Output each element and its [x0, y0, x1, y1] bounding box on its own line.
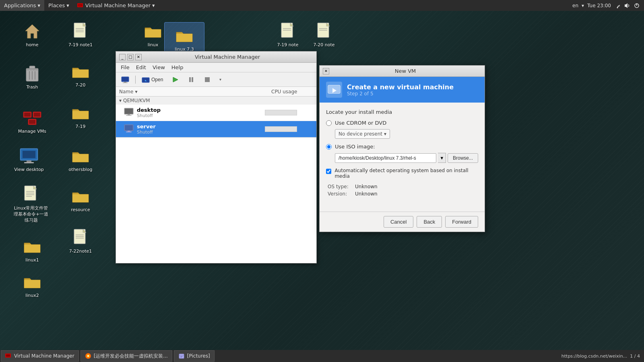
vm-desktop-item[interactable]: desktop Shutoff [116, 105, 316, 121]
home-icon [23, 21, 42, 41]
taskbar-vmm[interactable]: Virtual Machine Manager [1, 350, 79, 362]
vm-server-status: Shutoff [137, 130, 265, 135]
version-row: Version: Unknown [328, 191, 478, 197]
os-type-value: Unknown [355, 184, 378, 189]
device-select-btn[interactable]: No device present ▾ [335, 129, 390, 139]
desktop-icon-linux73[interactable]: linux 7.3 [164, 22, 204, 56]
new-vm-close-btn[interactable]: ✕ [323, 68, 329, 74]
taskbar-url: https://blog.csdn.net/weixin... [561, 354, 627, 359]
toolbar-dropdown-arrow: ▾ [219, 77, 221, 82]
desktop-icon-linux2[interactable]: linux2 [12, 269, 52, 301]
desktop-icon-7-20-folder[interactable]: 7-20 [60, 58, 101, 91]
desktop-icon-othersblog[interactable]: othersblog [60, 143, 101, 175]
iso-radio-label: Use ISO image: [335, 144, 375, 150]
vmm-menu-help[interactable]: Help [168, 64, 187, 71]
vm-desktop-cpu-bar [265, 110, 297, 115]
vmm-menu-edit[interactable]: Edit [133, 64, 149, 71]
new-vm-main-title: Create a new virtual machine [347, 83, 454, 91]
desktop-icon-7-19-folder[interactable]: 7-19 [60, 100, 101, 132]
qemu-kvm-header: ▾ QEMU/KVM [116, 97, 316, 105]
new-vm-header-icon [326, 82, 342, 98]
desktop-icon-7-20-note[interactable]: 7-20 note [304, 18, 344, 51]
iso-dropdown-btn[interactable]: ▾ [438, 153, 446, 163]
toolbar-pause-btn[interactable] [184, 74, 199, 85]
vm-server-icon [124, 124, 134, 134]
iso-path-input[interactable] [335, 153, 436, 163]
taskbar-browser-label: [运维开发必会技能一虚拟机安装... [94, 353, 168, 360]
svg-rect-24 [23, 151, 35, 158]
desktop-icon-home[interactable]: home [12, 18, 52, 51]
desktop-icon-view-desktop[interactable]: View desktop [9, 143, 49, 175]
resource-icon [71, 186, 90, 206]
toolbar-vm-icon-btn[interactable] [118, 74, 133, 85]
new-vm-titlebar: ✕ New VM [320, 66, 485, 77]
toolbar-open-btn[interactable]: Open [138, 74, 167, 85]
vmm-minimize-btn[interactable]: _ [119, 54, 126, 60]
vm-server-item[interactable]: server Shutoff [116, 121, 316, 138]
locate-media-title: Locate your install media [326, 109, 478, 115]
play-icon [171, 76, 179, 84]
iso-radio[interactable] [326, 144, 332, 150]
taskbar-browser[interactable]: [运维开发必会技能一虚拟机安装... [80, 350, 172, 362]
cdrom-radio-item: Use CDROM or DVD [326, 120, 478, 126]
svg-rect-2 [78, 4, 82, 6]
new-vm-dialog: ✕ New VM Create a new virtual machine St… [319, 65, 485, 232]
cancel-button[interactable]: Cancel [384, 216, 413, 228]
desktop-icon-7-19-note[interactable]: 7-19 note [268, 18, 308, 51]
forward-button[interactable]: Forward [445, 216, 478, 228]
vmm-maximize-btn[interactable]: □ [127, 54, 134, 60]
wifi-icon [614, 2, 621, 9]
toolbar-dropdown-btn[interactable]: ▾ [216, 76, 225, 83]
desktop-icon-7-19-note1[interactable]: 7-19 note1 [60, 18, 101, 51]
desktop-icon-linux-doc[interactable]: Linux常用文件管理基本命令+一道练习题 [9, 181, 53, 226]
open-icon [142, 76, 150, 84]
vmm-menu-file[interactable]: File [118, 64, 133, 71]
view-desktop-label: View desktop [14, 167, 43, 172]
note1-7-19-label: 7-19 note1 [68, 42, 93, 47]
svg-rect-67 [126, 132, 132, 132]
browse-button[interactable]: Browse... [448, 153, 478, 163]
taskbar-files[interactable]: [Pictures] [174, 350, 215, 362]
desktop-icon-linux1[interactable]: linux1 [12, 233, 52, 266]
col-name-label: Name [119, 89, 133, 95]
svg-rect-77 [179, 355, 184, 356]
vmm-menu-view[interactable]: View [149, 64, 168, 71]
group-collapse-arrow: ▾ [119, 98, 122, 103]
vmm-close-btn[interactable]: ✕ [135, 54, 142, 60]
auto-detect-checkbox[interactable] [326, 169, 331, 174]
svg-rect-23 [24, 162, 34, 163]
linux-doc-label: Linux常用文件管理基本命令+一道练习题 [13, 205, 49, 223]
note-7-20-icon [314, 21, 334, 41]
desktop-icon-trash[interactable]: Trash [12, 60, 52, 93]
desktop-icon-resource[interactable]: resource [60, 183, 101, 216]
col-name-arrow: ▾ [135, 89, 137, 95]
folder-7-20-icon [71, 62, 90, 81]
cdrom-radio[interactable] [326, 120, 332, 126]
desktop-icon-manage-vms[interactable]: Manage VMs [12, 105, 52, 137]
othersblog-icon [71, 146, 90, 165]
note-7-20-label: 7-20 note [313, 42, 334, 47]
vm-desktop-info: desktop Shutoff [137, 107, 265, 118]
desktop-icon-7-22note1[interactable]: 7-22note1 [60, 224, 101, 257]
vmm-menubar: File Edit View Help [116, 63, 316, 72]
svg-rect-61 [125, 109, 133, 114]
desktop: Applications ▾ Places ▾ Virtual Machine … [0, 0, 644, 362]
toolbar-play-btn[interactable] [167, 74, 183, 85]
applications-menu[interactable]: Applications ▾ [0, 0, 44, 11]
vmm-menu[interactable]: Virtual Machine Manager ▾ [73, 0, 159, 11]
toolbar-stop-btn[interactable] [200, 74, 215, 85]
applications-arrow: ▾ [37, 2, 40, 8]
vmm-toolbar: Open [116, 72, 316, 87]
top-menubar: Applications ▾ Places ▾ Virtual Machine … [0, 0, 644, 11]
col-name-header: Name ▾ [116, 88, 268, 95]
taskbar-right: https://blog.csdn.net/weixin... 1 / 4 [561, 354, 644, 359]
back-button[interactable]: Back [417, 216, 442, 228]
dialog-footer: Cancel Back Forward [320, 212, 485, 232]
qemu-kvm-label: QEMU/KVM [123, 98, 150, 103]
svg-marker-56 [173, 77, 178, 82]
othersblog-label: othersblog [69, 167, 93, 172]
svg-rect-63 [126, 115, 132, 116]
trash-icon [23, 64, 42, 83]
note-7-22-label: 7-22note1 [69, 249, 92, 254]
places-menu[interactable]: Places ▾ [44, 0, 73, 11]
